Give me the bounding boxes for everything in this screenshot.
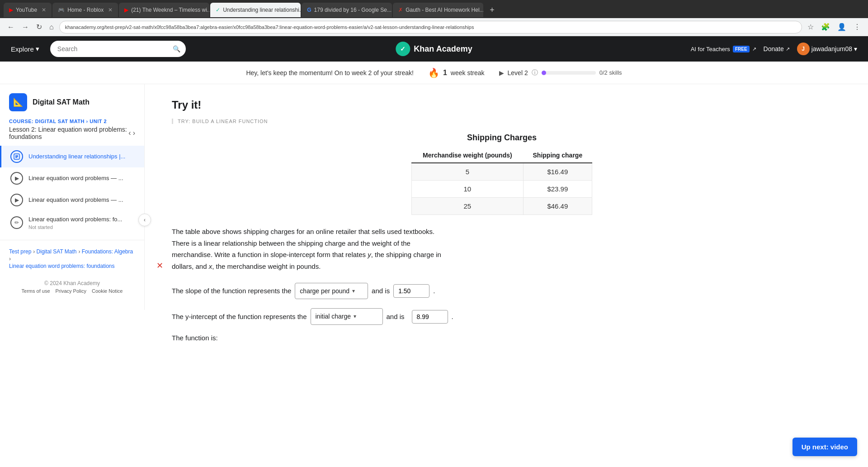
table-row: 25 $46.49 (412, 198, 592, 215)
user-chevron-icon: ▾ (854, 45, 857, 52)
profile-button[interactable]: 👤 (835, 21, 848, 33)
ai-teachers-label: AI for Teachers (691, 46, 730, 52)
external-link-icon-donate: ↗ (786, 46, 790, 52)
sidebar-collapse-button[interactable]: ‹ (138, 214, 151, 226)
tab-roblox[interactable]: 🎮 Home - Roblox ✕ (52, 3, 118, 17)
problem-text: The table above shows shipping charges f… (172, 226, 443, 272)
level-label: Level 2 (508, 69, 528, 76)
lesson-item-label-fo: Linear equation word problems: fo... (28, 215, 122, 224)
intercept-label: The y-intercept of the function represen… (172, 311, 307, 322)
skills-count: 0/2 skills (599, 69, 622, 76)
reload-button[interactable]: ↻ (34, 21, 44, 33)
nav-right: AI for Teachers FREE ↗ Donate ↗ J jawada… (691, 43, 857, 55)
table-cell-charge-1: $16.49 (523, 163, 592, 181)
sidebar-wrapper: 📐 Digital SAT Math COURSE: DIGITAL SAT M… (0, 84, 145, 467)
main-content: 📐 Digital SAT Math COURSE: DIGITAL SAT M… (0, 84, 868, 467)
lesson-item-understanding[interactable]: Understanding linear relationships |... (0, 146, 144, 167)
cookie-link[interactable]: Cookie Notice (92, 288, 123, 294)
breadcrumb-link-linear-word[interactable]: Linear equation word problems: foundatio… (9, 263, 114, 269)
slope-dropdown-chevron-icon: ▾ (352, 287, 355, 295)
up-next-button[interactable]: Up next: video (793, 438, 857, 456)
slope-dropdown-value: charge per pound (300, 286, 349, 296)
intercept-dropdown[interactable]: initial charge ▾ (311, 308, 383, 324)
address-bar-row: ← → ↻ ⌂ khanacademy.org/test-prep/v2-sat… (0, 18, 868, 36)
streak-unit: week streak (451, 69, 485, 76)
slope-dropdown[interactable]: charge per pound ▾ (295, 283, 368, 299)
ai-teachers-button[interactable]: AI for Teachers FREE ↗ (691, 46, 756, 52)
info-icon: ⓘ (532, 69, 538, 77)
lesson-icon-understanding (10, 150, 23, 163)
explore-button[interactable]: Explore ▾ (11, 45, 39, 53)
tab-youtube[interactable]: ▶ YouTube ✕ (4, 3, 52, 17)
interactive-section: The slope of the function represents the… (172, 283, 832, 342)
table-cell-weight-2: 10 (412, 181, 524, 198)
lesson-icon-edit: ✏ (10, 216, 23, 229)
tab-label: Gauth - Best AI Homework Hel... (406, 7, 483, 13)
footer-links: Terms of use Privacy Policy Cookie Notic… (9, 288, 135, 294)
lesson-item-word-problems-1[interactable]: ▶ Linear equation word problems — ... (0, 167, 144, 189)
slope-answer-input[interactable] (393, 284, 429, 298)
tab-close-yt[interactable]: ✕ (42, 7, 46, 13)
breadcrumb-lesson-text: Lesson 2: Linear equation word problems:… (9, 126, 128, 140)
address-bar[interactable]: khanacademy.org/test-prep/v2-sat-math/x0… (59, 21, 802, 33)
back-button[interactable]: ← (5, 21, 16, 33)
level-progress-bar (542, 71, 596, 75)
home-button[interactable]: ⌂ (47, 21, 56, 33)
lesson-item-word-problems-fo[interactable]: ✏ Linear equation word problems: fo... N… (0, 211, 144, 234)
search-input[interactable] (57, 45, 169, 52)
tab-close-roblox[interactable]: ✕ (108, 7, 113, 13)
forward-button[interactable]: → (20, 21, 31, 33)
table-cell-charge-3: $46.49 (523, 198, 592, 215)
roblox-favicon: 🎮 (58, 7, 65, 13)
slope-and-is: and is (372, 286, 390, 296)
google-favicon: G (307, 7, 311, 13)
breadcrumb-nav: ‹ › (128, 129, 135, 137)
user-menu-button[interactable]: J jawadanjum08 ▾ (797, 43, 857, 55)
lesson-item-label-1: Linear equation word problems — ... (28, 174, 123, 182)
extensions-button[interactable]: 🧩 (819, 21, 832, 33)
sidebar-title: Digital SAT Math (33, 98, 90, 106)
breadcrumb-link-sat-math[interactable]: Digital SAT Math (37, 248, 77, 255)
tab-ka[interactable]: ✓ Understanding linear relationshi... ✕ (210, 3, 301, 17)
lesson-icon-play-1: ▶ (10, 172, 23, 185)
prev-lesson-button[interactable]: ‹ (128, 129, 131, 137)
next-lesson-button[interactable]: › (133, 129, 135, 137)
intercept-answer-input[interactable] (412, 310, 448, 324)
terms-link[interactable]: Terms of use (22, 288, 50, 294)
tab-gauth[interactable]: ✗ Gauth - Best AI Homework Hel... ✕ (393, 3, 483, 17)
ka-logo-text: Khan Academy (414, 44, 472, 54)
new-tab-button[interactable]: + (484, 3, 500, 17)
lesson-item-label-2: Linear equation word problems — ... (28, 196, 123, 204)
lesson-item-word-problems-2[interactable]: ▶ Linear equation word problems — ... (0, 189, 144, 211)
explore-label: Explore (11, 45, 34, 53)
tab-label: YouTube (16, 7, 37, 13)
sidebar-subject-icon: 📐 (9, 93, 27, 111)
page-wrapper: Explore ▾ 🔍 ✓ Khan Academy AI for Teache… (0, 36, 868, 467)
intercept-dropdown-chevron-icon: ▾ (354, 312, 356, 321)
avatar: J (797, 43, 810, 55)
gauth-favicon: ✗ (398, 7, 403, 13)
bookmark-button[interactable]: ☆ (806, 21, 816, 33)
table-title: Shipping Charges (172, 133, 832, 143)
table-cell-weight-3: 25 (412, 198, 524, 215)
try-build-label: TRY: BUILD A LINEAR FUNCTION (172, 119, 832, 124)
tab-weeknd[interactable]: ▶ (21) The Weeknd – Timeless wi... ✕ (119, 3, 209, 17)
breadcrumb-link-foundations[interactable]: Foundations: Algebra (82, 248, 133, 255)
breadcrumb-lesson: Lesson 2: Linear equation word problems:… (9, 126, 135, 140)
copyright-text: © 2024 Khan Academy (9, 280, 135, 286)
external-link-icon: ↗ (752, 46, 756, 52)
sidebar-breadcrumbs: Test prep › Digital SAT Math › Foundatio… (0, 240, 144, 273)
donate-label: Donate (764, 45, 784, 52)
donate-button[interactable]: Donate ↗ (764, 45, 790, 52)
tab-google[interactable]: G 179 divided by 16 - Google Se... ✕ (302, 3, 392, 17)
breadcrumb-course: COURSE: DIGITAL SAT MATH › UNIT 2 (9, 119, 135, 124)
privacy-link[interactable]: Privacy Policy (56, 288, 86, 294)
table-col2-header: Shipping charge (523, 148, 592, 163)
search-box[interactable]: 🔍 (50, 41, 186, 57)
streak-message: Hey, let's keep the momentum! On to week… (246, 69, 413, 76)
breadcrumb-link-testprep[interactable]: Test prep (9, 248, 31, 255)
menu-button[interactable]: ⋮ (852, 21, 863, 33)
table-row: 5 $16.49 (412, 163, 592, 181)
shipping-table: Merchandise weight (pounds) Shipping cha… (411, 148, 592, 215)
explore-chevron-icon: ▾ (36, 45, 39, 53)
